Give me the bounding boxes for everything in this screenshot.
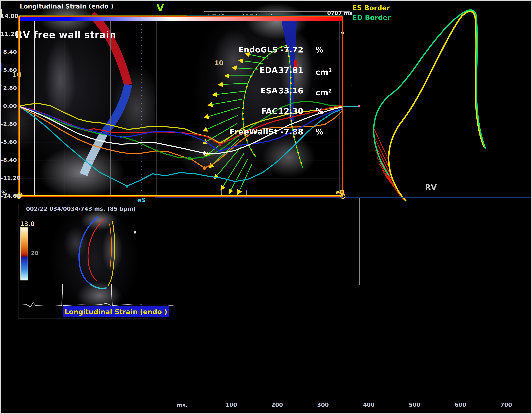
ed-border-trace xyxy=(374,10,485,175)
x-tick-label: 600 xyxy=(452,402,469,408)
small-echo-overlay xyxy=(19,204,150,320)
y-tick-label: -11.20 xyxy=(1,175,17,181)
curve-01-free-wall basal xyxy=(19,106,343,186)
zero-indicator-dash xyxy=(169,305,173,306)
strain-colorbar xyxy=(20,227,28,280)
x-axis-unit: ms. xyxy=(175,402,188,409)
y-tick-label: 8.40 xyxy=(1,49,17,55)
reference-echo-viewport[interactable]: 002/22 034/0034/743 ms. (85 bpm) 13.0 20… xyxy=(18,204,149,319)
ed-label-right: eD xyxy=(336,189,345,196)
strain-chart: eDeDeS xyxy=(1,1,360,201)
v-orientation-icon: v xyxy=(133,229,137,235)
y-tick-label: -14.00 xyxy=(1,193,17,199)
measurement-row: FreeWallSt-7.88% xyxy=(1,127,360,137)
contour-free-wall-apical xyxy=(88,219,104,281)
y-tick-label: -2.80 xyxy=(1,121,17,127)
y-tick-label: 0.00 xyxy=(1,103,17,109)
border-traces xyxy=(352,2,532,197)
x-tick-label: 500 xyxy=(406,402,423,408)
ecg-trace xyxy=(20,284,142,307)
x-tick-label: 100 xyxy=(223,402,240,408)
contour-free-wall-basal xyxy=(90,284,107,288)
x-tick-label: 300 xyxy=(314,402,332,408)
border-trace-viewport[interactable]: ES Border ED Border RV xyxy=(352,2,532,197)
peak-marker xyxy=(125,185,129,188)
peak-marker xyxy=(218,143,222,147)
y-tick-label: 2.80 xyxy=(1,85,17,91)
measurement-row: FAC12.30% xyxy=(1,106,360,116)
contour-septum-basal xyxy=(110,224,111,267)
y-tick-label: 11.20 xyxy=(1,31,17,37)
measurement-row: EndoGLS-7.72% xyxy=(1,45,360,55)
es-border-trace xyxy=(389,11,484,201)
peak-marker xyxy=(202,151,207,156)
depth-marker: 20 xyxy=(31,250,38,256)
rv-label: RV xyxy=(425,183,437,192)
y-tick-label: -8.40 xyxy=(1,157,17,163)
y-tick-label: -5.60 xyxy=(1,139,17,145)
measurement-row: EDA37.81cm2 xyxy=(1,65,360,75)
x-tick-label: 700 xyxy=(497,402,515,408)
peak-marker xyxy=(203,166,206,170)
analysis-screen: RV free wall strain 10 V 4/743 ms. (85 b… xyxy=(0,0,532,414)
peak-marker xyxy=(188,157,191,160)
y-tick-label: 14.00 xyxy=(1,13,17,19)
measurement-row: ESA33.16cm2 xyxy=(1,86,360,96)
y-tick-label: 5.60 xyxy=(1,67,17,73)
strain-hatch xyxy=(385,175,404,200)
x-tick-label: 200 xyxy=(268,402,286,408)
strain-mode-button[interactable]: Longitudinal Strain (endo ) xyxy=(63,306,169,317)
x-tick-label: 400 xyxy=(360,402,378,408)
es-label: eS xyxy=(137,197,145,204)
